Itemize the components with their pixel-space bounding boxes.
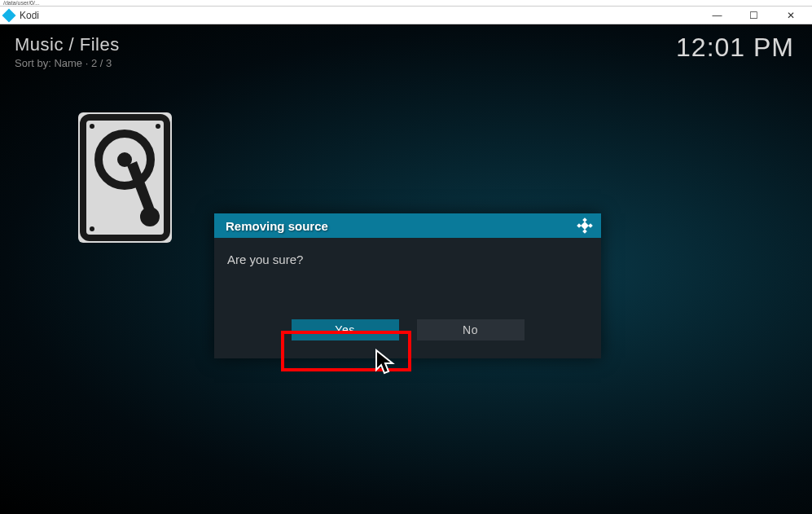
breadcrumb: Music / Files Sort by: Name · 2 / 3 (15, 34, 120, 69)
confirm-dialog: Removing source Are you sure? Yes No (214, 213, 601, 358)
svg-rect-8 (577, 223, 582, 228)
svg-rect-11 (581, 222, 589, 230)
yes-button[interactable]: Yes (292, 319, 399, 340)
os-path-bar: /data/user/0/... (0, 0, 812, 7)
window-titlebar: Kodi — ☐ ✕ (0, 7, 812, 24)
dialog-header: Removing source (214, 213, 601, 238)
minimize-button[interactable]: — (699, 7, 735, 24)
kodi-app-icon (3, 10, 15, 21)
svg-rect-7 (582, 217, 587, 222)
svg-rect-10 (582, 229, 587, 234)
no-button[interactable]: No (417, 319, 525, 340)
close-window-button[interactable]: ✕ (772, 7, 809, 24)
breadcrumb-sort: Sort by: Name · 2 / 3 (15, 57, 120, 69)
source-hdd-icon[interactable] (78, 112, 172, 243)
svg-point-3 (140, 207, 160, 226)
window-controls: — ☐ ✕ (699, 7, 809, 24)
kodi-logo-icon (577, 217, 593, 234)
dialog-message: Are you sure? (214, 238, 601, 319)
kodi-main-area: Music / Files Sort by: Name · 2 / 3 12:0… (0, 24, 812, 514)
maximize-button[interactable]: ☐ (735, 7, 772, 24)
clock: 12:01 PM (676, 33, 794, 63)
dialog-button-row: Yes No (214, 319, 601, 358)
svg-rect-9 (588, 223, 593, 228)
svg-point-4 (90, 124, 94, 129)
svg-point-6 (90, 226, 94, 231)
svg-point-5 (156, 124, 160, 129)
breadcrumb-path: Music / Files (15, 34, 120, 55)
window-title: Kodi (20, 10, 39, 21)
dialog-title: Removing source (226, 219, 328, 233)
hdd-icon (78, 112, 172, 243)
